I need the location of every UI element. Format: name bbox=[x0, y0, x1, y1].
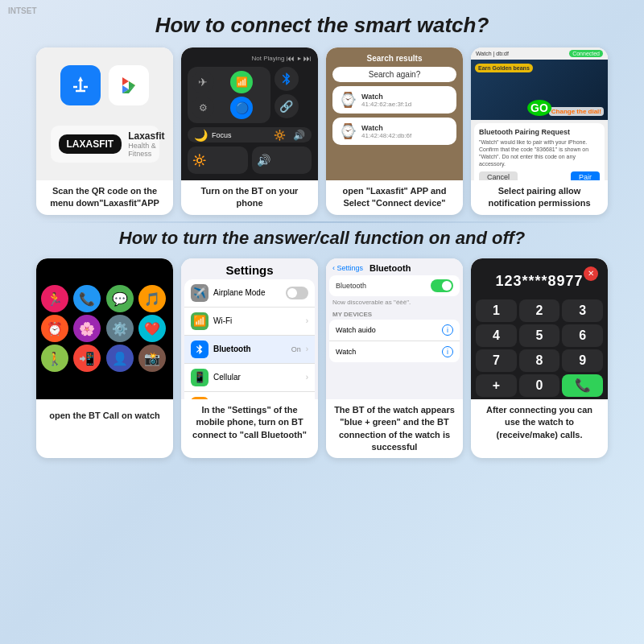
card2-label: Turn on the BT on your phone bbox=[181, 180, 318, 215]
section1-title: How to connect the smart watch? bbox=[16, 13, 628, 38]
card5: 🏃 📞 💬 🎵 ⏰ 🌸 ⚙️ ❤️ 🚶 📲 👤 📸 open the BT Ca… bbox=[36, 258, 173, 459]
card7: ‹ Settings Bluetooth Bluetooth Now disco… bbox=[326, 258, 463, 459]
card3: Search results Search again? ⌚ Watch 41:… bbox=[326, 47, 463, 215]
card5-label: open the BT Call on watch bbox=[36, 399, 173, 433]
brightness-slider[interactable]: 🔆 bbox=[188, 147, 248, 174]
bt-device-2[interactable]: Watch i bbox=[329, 341, 460, 362]
bt-active-btn[interactable]: 🔵 bbox=[230, 97, 253, 119]
settings-bluetooth[interactable]: Bluetooth On › bbox=[184, 336, 315, 364]
card6: Settings ✈️ Airplane Mode 📶 Wi-Fi › bbox=[181, 258, 318, 459]
go-badge: GO bbox=[527, 100, 551, 116]
settings-wifi[interactable]: 📶 Wi-Fi › bbox=[184, 308, 315, 336]
volume-slider[interactable]: 🔊 bbox=[252, 147, 312, 174]
key-6[interactable]: 6 bbox=[562, 324, 603, 347]
settings-airplane[interactable]: ✈️ Airplane Mode bbox=[184, 279, 315, 308]
app-11: 👤 bbox=[106, 345, 134, 372]
airdrop-btn[interactable]: 🔗 bbox=[275, 94, 299, 118]
device-item-2[interactable]: ⌚ Watch 41:42:48:42:db:6f bbox=[332, 118, 456, 145]
app-7: ⚙️ bbox=[106, 315, 134, 342]
play-store-icon bbox=[109, 65, 149, 105]
key-8[interactable]: 8 bbox=[519, 349, 560, 372]
card2-screen: Not Playing ⏮ ▶ ⏭ ✈ 📶 ⚙ 🔵 bbox=[181, 47, 318, 180]
card3-label: open "Laxasfit" APP and Select "Connect … bbox=[326, 180, 463, 215]
watch-wallpaper: Earn Golden beans Change the dial! GO bbox=[471, 60, 608, 120]
key-2[interactable]: 2 bbox=[519, 299, 560, 322]
settings-cellular[interactable]: 📱 Cellular › bbox=[184, 364, 315, 392]
card8: 123****8977 ✕ 1 2 3 4 5 6 7 8 9 + 0 📞 bbox=[471, 258, 608, 459]
bluetooth-icon bbox=[191, 341, 208, 358]
app-store-icon bbox=[60, 65, 101, 105]
bt-nav: ‹ Settings Bluetooth bbox=[326, 258, 463, 275]
card4-label: Select pairing allow notification permis… bbox=[471, 180, 608, 215]
page-container: INTSET How to connect the smart watch? bbox=[0, 0, 644, 644]
watch-apps-grid: 🏃 📞 💬 🎵 ⏰ 🌸 ⚙️ ❤️ 🚶 📲 👤 📸 bbox=[36, 280, 173, 377]
card4-screen: Watch | db:df Connected Earn Golden bean… bbox=[471, 47, 608, 180]
bt-section-main: Bluetooth Now discoverable as "éèè". bbox=[329, 275, 460, 308]
cc-sliders-row: 🔆 🔊 bbox=[188, 147, 312, 174]
bt-main-toggle[interactable] bbox=[431, 279, 453, 292]
key-4[interactable]: 4 bbox=[476, 324, 517, 347]
bt-btn-cc[interactable]: ⚙ bbox=[192, 97, 214, 119]
info-icon-2[interactable]: i bbox=[442, 346, 453, 357]
app-1: 🏃 bbox=[41, 285, 68, 312]
bt-toggle-row: Bluetooth bbox=[329, 275, 460, 296]
search-again-button[interactable]: Search again? bbox=[332, 67, 456, 82]
section2-title: How to turn the answer/call function on … bbox=[16, 228, 628, 249]
delete-button[interactable]: ✕ bbox=[584, 266, 598, 281]
airplane-btn[interactable]: ✈ bbox=[192, 71, 214, 93]
store-icons bbox=[60, 65, 149, 105]
app-8: ❤️ bbox=[138, 315, 166, 342]
bt-discoverable: Now discoverable as "éèè". bbox=[332, 299, 456, 306]
key-0[interactable]: 0 bbox=[519, 374, 560, 397]
key-5[interactable]: 5 bbox=[519, 324, 560, 347]
my-devices-header: MY DEVICES bbox=[329, 311, 460, 320]
key-9[interactable]: 9 bbox=[562, 349, 603, 372]
section1-cards: LAXASFIT Laxasfit Health & Fitness Scan … bbox=[16, 47, 628, 215]
pair-button[interactable]: Pair bbox=[571, 171, 600, 180]
app-12: 📸 bbox=[138, 345, 166, 372]
wifi-btn[interactable]: 📶 bbox=[230, 71, 253, 93]
card1-label: Scan the QR code on the menu down"Laxasf… bbox=[36, 180, 173, 215]
watch-icon-2: ⌚ bbox=[339, 122, 357, 140]
key-3[interactable]: 3 bbox=[562, 299, 603, 322]
cc-topbar: Not Playing ⏮ ▶ ⏭ bbox=[188, 54, 312, 63]
change-dial-text: Change the dial! bbox=[549, 107, 604, 116]
brand-watermark: INTSET bbox=[8, 6, 37, 15]
cancel-button[interactable]: Cancel bbox=[479, 171, 518, 180]
card7-screen: ‹ Settings Bluetooth Bluetooth Now disco… bbox=[326, 258, 463, 399]
bt-device-1[interactable]: Watch auido i bbox=[329, 320, 460, 341]
card6-screen: Settings ✈️ Airplane Mode 📶 Wi-Fi › bbox=[181, 258, 318, 399]
card1-screen: LAXASFIT Laxasfit Health & Fitness bbox=[36, 47, 173, 180]
device-item-1[interactable]: ⌚ Watch 41:42:62:ae:3f:1d bbox=[332, 86, 456, 114]
bt-pairing-box: Bluetooth Pairing Request "Watch" would … bbox=[474, 123, 605, 180]
wifi-chevron: › bbox=[306, 316, 308, 325]
hotspot-icon: 📡 bbox=[191, 397, 208, 399]
settings-hotspot[interactable]: 📡 Personal Hotspot › bbox=[184, 392, 315, 399]
app-2: 📞 bbox=[73, 285, 101, 312]
app-3: 💬 bbox=[106, 285, 134, 312]
bt-pairing-body: "Watch" would like to pair with your iPh… bbox=[479, 138, 600, 167]
airplane-toggle[interactable] bbox=[286, 287, 308, 299]
call-button[interactable]: 📞 bbox=[562, 374, 603, 397]
bt-chevron: › bbox=[306, 345, 308, 353]
info-icon-1[interactable]: i bbox=[442, 324, 453, 336]
key-plus[interactable]: + bbox=[476, 374, 517, 397]
dialer-keypad: 1 2 3 4 5 6 7 8 9 + 0 📞 bbox=[471, 297, 608, 399]
card7-label: The BT of the watch appears "blue + gree… bbox=[326, 399, 463, 459]
bt-highlight-icon[interactable] bbox=[275, 67, 299, 91]
card5-screen: 🏃 📞 💬 🎵 ⏰ 🌸 ⚙️ ❤️ 🚶 📲 👤 📸 bbox=[36, 258, 173, 399]
airplane-icon: ✈️ bbox=[191, 284, 208, 302]
device1-info: Watch 41:42:62:ae:3f:1d bbox=[361, 93, 411, 108]
cellular-chevron: › bbox=[306, 373, 308, 382]
bt-pairing-actions: Cancel Pair bbox=[479, 171, 600, 180]
svg-marker-5 bbox=[122, 77, 129, 85]
app-6: 🌸 bbox=[73, 315, 101, 342]
key-7[interactable]: 7 bbox=[476, 349, 517, 372]
app-4: 🎵 bbox=[138, 285, 166, 312]
back-button[interactable]: ‹ Settings bbox=[332, 264, 363, 272]
bt-page-title: Bluetooth bbox=[369, 263, 411, 273]
key-1[interactable]: 1 bbox=[476, 299, 517, 322]
card6-label: In the "Settings" of the mobile phone, t… bbox=[181, 399, 318, 446]
cc-focus-mode[interactable]: 🌙 Focus 🔆 🔊 bbox=[188, 127, 312, 142]
card2: Not Playing ⏮ ▶ ⏭ ✈ 📶 ⚙ 🔵 bbox=[181, 47, 318, 215]
